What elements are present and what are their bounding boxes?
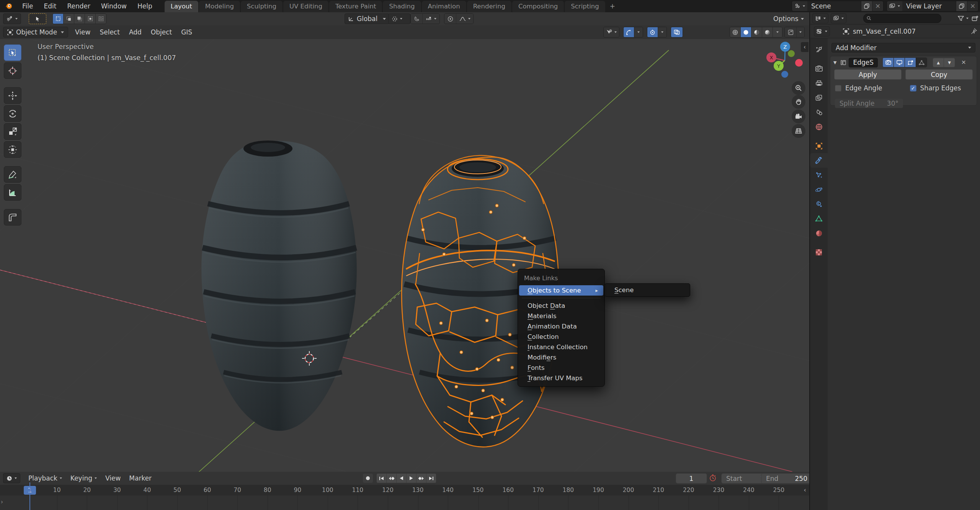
mode-dropdown[interactable]: Object Mode [3, 27, 68, 38]
menu-item-objects-to-scene[interactable]: Objects to Scene▸ [519, 285, 603, 296]
options-dropdown[interactable]: Options [773, 15, 804, 23]
workspace-tab-animation[interactable]: Animation [422, 1, 466, 12]
timeline-menu-keying[interactable]: Keying [66, 474, 101, 482]
workspace-tab-shading[interactable]: Shading [383, 1, 421, 12]
tab-particles[interactable] [810, 168, 828, 182]
modifier-move-down-button[interactable]: ▼ [944, 58, 955, 67]
menu-file[interactable]: File [17, 2, 38, 10]
modifier-show-editmode-toggle[interactable] [905, 58, 916, 67]
outliner-filter-dropdown[interactable] [958, 16, 969, 21]
jump-to-end-button[interactable] [426, 474, 436, 483]
show-gizmo-toggle[interactable] [624, 27, 634, 37]
menu-item-object-data[interactable]: Object Data [519, 301, 603, 311]
tab-object[interactable] [810, 139, 828, 153]
gizmo-z-neg[interactable] [781, 71, 788, 78]
workspace-tab-scripting[interactable]: Scripting [565, 1, 605, 12]
frame-end-field[interactable]: End250 [761, 473, 812, 484]
properties-editor-type-icon[interactable] [814, 26, 830, 36]
tab-modifiers[interactable] [810, 153, 828, 168]
tool-measure[interactable] [4, 184, 21, 201]
modifier-show-render-toggle[interactable] [883, 58, 894, 67]
panel-expand-arrow[interactable]: ▼ [833, 60, 836, 65]
select-mode-intersect-button[interactable] [96, 14, 106, 24]
tab-constraints[interactable] [810, 197, 828, 211]
menu-item-collection[interactable]: Collection [519, 332, 603, 342]
tab-render[interactable] [810, 61, 828, 76]
proportional-falloff-dropdown[interactable] [456, 14, 473, 24]
select-mode-new-button[interactable] [53, 14, 64, 24]
edge-angle-checkbox[interactable] [835, 85, 841, 92]
modifier-apply-button[interactable]: Apply [834, 69, 902, 80]
gizmo-x-neg[interactable] [795, 59, 803, 67]
render-preview-icon[interactable] [785, 27, 797, 37]
view-layer-browse-icon[interactable] [887, 1, 902, 11]
timeline-menu-playback[interactable]: Playback [24, 474, 66, 482]
modifier-copy-button[interactable]: Copy [905, 69, 973, 80]
workspace-tab-modeling[interactable]: Modeling [199, 1, 240, 12]
menu-item-modifiers[interactable]: Modifiers [519, 352, 603, 363]
gizmo-dropdown[interactable] [634, 27, 643, 37]
modifier-extras-icon[interactable] [840, 60, 846, 65]
play-reverse-button[interactable] [397, 474, 407, 483]
timeline-menu-view[interactable]: View [101, 474, 125, 482]
shading-rendered-button[interactable] [762, 27, 773, 37]
select-mode-subtract-button[interactable] [74, 14, 85, 24]
tool-transform[interactable] [4, 141, 21, 158]
timeline-collapse-arrow[interactable]: ‹ [804, 486, 806, 494]
timeline-menu-marker[interactable]: Marker [125, 474, 156, 482]
scene-browse-icon[interactable] [792, 1, 807, 11]
menu-item-animation-data[interactable]: Animation Data [519, 321, 603, 332]
camera-view-button[interactable] [792, 110, 805, 123]
new-collection-button[interactable] [972, 15, 978, 21]
modifier-show-viewport-toggle[interactable] [894, 58, 905, 67]
menu-window[interactable]: Window [96, 2, 132, 10]
select-mode-invert-button[interactable] [85, 14, 96, 24]
workspace-tab-compositing[interactable]: Compositing [512, 1, 564, 12]
tab-material[interactable] [810, 226, 828, 240]
pin-icon[interactable] [971, 28, 977, 34]
scene-delete-button[interactable]: ✕ [872, 1, 883, 11]
tab-output[interactable] [810, 76, 828, 90]
modifier-delete-button[interactable]: ✕ [961, 59, 966, 66]
prev-keyframe-button[interactable] [387, 474, 397, 483]
tab-world[interactable] [810, 119, 828, 134]
tool-cursor[interactable] [4, 62, 21, 79]
outliner-search-input[interactable] [874, 15, 938, 22]
outliner-editor-type-icon[interactable] [812, 13, 828, 23]
object-type-visibility-dropdown[interactable] [604, 27, 619, 37]
jump-to-start-button[interactable] [377, 474, 387, 483]
snap-target-dropdown[interactable] [423, 14, 439, 24]
menu-item-materials[interactable]: Materials [519, 311, 603, 321]
pan-hand-button[interactable] [792, 95, 805, 109]
outliner-display-mode-dropdown[interactable] [831, 13, 846, 23]
record-button[interactable] [363, 474, 373, 483]
toggle-xray-button[interactable] [671, 27, 683, 37]
active-tool-select-box-button[interactable] [29, 13, 46, 24]
viewport-menu-gis[interactable]: GIS [176, 28, 197, 36]
sidebar-collapse-arrow[interactable]: ‹ [801, 42, 808, 52]
select-mode-extend-button[interactable] [64, 14, 74, 24]
viewport-3d[interactable]: User Perspective (1) Scene Collection | … [0, 39, 809, 472]
auto-keying-stopwatch-icon[interactable] [709, 474, 717, 482]
tab-texture[interactable] [810, 245, 828, 260]
workspace-tab-layout[interactable]: Layout [165, 1, 198, 12]
tool-scale[interactable] [4, 123, 21, 140]
modifier-move-up-button[interactable]: ▲ [933, 58, 944, 67]
gizmo-y-neg[interactable] [788, 50, 795, 57]
tab-scene[interactable] [810, 105, 828, 119]
tool-rotate[interactable] [4, 105, 21, 122]
tool-add-cube[interactable] [4, 209, 21, 226]
proportional-editing-icon[interactable] [444, 14, 456, 24]
next-keyframe-button[interactable] [416, 474, 426, 483]
shading-solid-button[interactable] [741, 27, 751, 37]
workspace-tab-rendering[interactable]: Rendering [467, 1, 511, 12]
tab-view-layer[interactable] [810, 90, 828, 105]
navigation-gizmo[interactable]: Z X Y [761, 39, 807, 82]
view-layer-new-button[interactable] [956, 1, 967, 11]
play-button[interactable] [407, 474, 416, 483]
shading-material-button[interactable] [751, 27, 762, 37]
scene-new-copy-button[interactable] [861, 1, 872, 11]
transform-orientation-dropdown[interactable]: Global [345, 13, 389, 24]
menu-help[interactable]: Help [132, 2, 158, 10]
submenu-item-scene[interactable]: Scene [606, 285, 689, 295]
